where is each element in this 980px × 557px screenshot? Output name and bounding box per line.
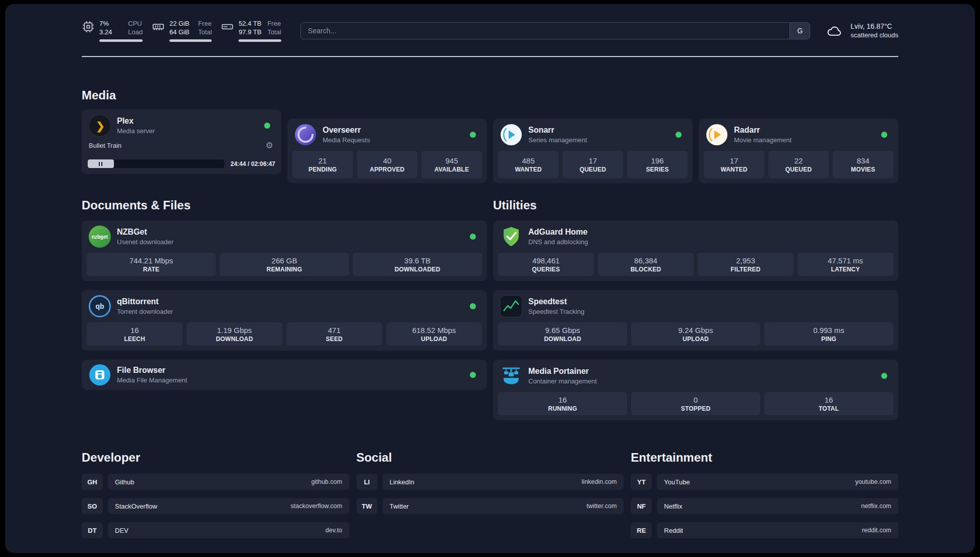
overseerr-title-block: Overseerr Media Requests <box>323 125 464 144</box>
pause-icon[interactable] <box>99 162 102 166</box>
stat-box: 2,953FILTERED <box>698 253 793 276</box>
stat-box: 16TOTAL <box>764 392 893 415</box>
stat-box: 485WANTED <box>498 151 559 178</box>
stat-box: 618.52 MbpsUPLOAD <box>386 322 482 346</box>
stat-label: PENDING <box>309 166 337 173</box>
qbittorrent-title-block: qBittorrent Torrent downloader <box>117 297 464 316</box>
section-title-documents: Documents & Files <box>82 198 487 212</box>
memory-widget-main: 22 GiB 64 GiB Free Total <box>152 19 212 36</box>
stat-box: 471SEED <box>286 322 382 346</box>
stat-box: 266 GBREMAINING <box>220 253 349 276</box>
bookmark-bar: Githubgithub.com <box>108 474 349 490</box>
section-developer: Developer GH Githubgithub.com SO StackOv… <box>82 451 349 546</box>
cpu-widget-main: 7% 3.24 CPU Load <box>82 19 143 36</box>
playback-progress-bar[interactable] <box>88 159 224 168</box>
portainer-header: Media Portainer Container management <box>498 365 893 387</box>
app-card-nzbget[interactable]: nzbget NZBGet Usenet downloader 744.21 M… <box>82 220 487 281</box>
bookmark-bar: YouTubeyoutube.com <box>657 474 898 490</box>
stat-box: 17WANTED <box>704 151 764 178</box>
stat-value: 17 <box>730 156 739 165</box>
app-card-overseerr[interactable]: Overseerr Media Requests 21PENDING 40APP… <box>287 119 487 183</box>
stat-label: SEED <box>326 336 342 343</box>
bookmark-name: LinkedIn <box>390 478 414 486</box>
bookmark-bar: Netflixnetflix.com <box>657 498 898 514</box>
section-title-entertainment: Entertainment <box>631 451 898 465</box>
bookmark-abbr: NF <box>631 498 652 514</box>
stat-box: 0.993 msPING <box>764 322 893 346</box>
bookmark-twitter[interactable]: TW Twittertwitter.com <box>356 498 624 514</box>
stat-box: 498,461QUERIES <box>498 253 594 276</box>
bookmark-netflix[interactable]: NF Netflixnetflix.com <box>631 498 898 514</box>
stat-label: DOWNLOAD <box>216 336 253 343</box>
app-card-sonarr[interactable]: Sonarr Series management 485WANTED 17QUE… <box>493 119 693 183</box>
app-card-plex[interactable]: ❯ Plex Media server Bullet Train ⚙ <box>82 109 281 174</box>
search-engine-button[interactable]: G <box>789 23 810 39</box>
storage-total-value: 97.9 TB <box>238 28 263 36</box>
speedtest-title-block: Speedtest Speedtest Tracking <box>528 297 891 316</box>
nzbget-title-block: NZBGet Usenet downloader <box>117 227 464 246</box>
app-card-qbittorrent[interactable]: qb qBittorrent Torrent downloader 16LEEC… <box>82 290 487 351</box>
app-card-adguard[interactable]: AdGuard Home DNS and adblocking 498,461Q… <box>493 220 898 281</box>
nzbget-stats: 744.21 MbpsRATE 266 GBREMAINING 39.6 TBD… <box>87 253 482 276</box>
stat-label: RATE <box>143 266 160 273</box>
bookmark-abbr: LI <box>356 474 378 490</box>
app-card-filebrowser[interactable]: File Browser Media File Management <box>82 360 487 390</box>
cpu-usage-label: CPU <box>128 19 143 28</box>
stat-value: 16 <box>559 396 567 404</box>
status-indicator <box>470 303 476 309</box>
app-card-portainer[interactable]: Media Portainer Container management 16R… <box>493 360 898 420</box>
app-name: qBittorrent <box>117 297 464 307</box>
storage-free-label: Free <box>267 19 281 28</box>
bookmark-url: stackoverflow.com <box>291 503 342 510</box>
stat-value: 22 <box>794 156 803 165</box>
bookmark-youtube[interactable]: YT YouTubeyoutube.com <box>631 474 898 490</box>
storage-widget: 52.4 TB 97.9 TB Free Total <box>221 19 281 42</box>
bookmark-abbr: SO <box>82 498 103 514</box>
weather-condition: scattered clouds <box>850 31 898 39</box>
overseerr-icon <box>294 124 317 146</box>
storage-free-value: 52.4 TB <box>238 19 263 28</box>
stat-box: 40APPROVED <box>357 151 417 178</box>
bookmark-linkedin[interactable]: LI LinkedInlinkedin.com <box>356 474 624 490</box>
stat-value: 834 <box>856 156 869 165</box>
speedtest-header: Speedtest Speedtest Tracking <box>498 295 893 317</box>
section-utilities: Utilities AdGuard Home DNS and adblockin… <box>493 198 898 420</box>
stat-value: 266 GB <box>272 256 297 265</box>
bookmark-github[interactable]: GH Githubgithub.com <box>82 474 349 490</box>
stat-label: DOWNLOADED <box>395 266 441 273</box>
stat-label: QUERIES <box>532 266 560 273</box>
gear-icon[interactable]: ⚙ <box>266 141 273 150</box>
stat-box: 16RUNNING <box>498 392 627 415</box>
stat-value: 9.24 Gbps <box>678 326 713 335</box>
bookmark-bar: Redditreddit.com <box>657 522 898 538</box>
app-card-radarr[interactable]: Radarr Movie management 17WANTED 22QUEUE… <box>699 119 898 183</box>
cpu-load-label: Load <box>128 28 143 36</box>
stat-box: 39.6 TBDOWNLOADED <box>353 253 482 276</box>
stat-value: 1.19 Gbps <box>217 326 252 335</box>
stat-label: PING <box>821 336 836 343</box>
app-name: Media Portainer <box>528 366 875 376</box>
storage-values: 52.4 TB 97.9 TB <box>238 19 263 36</box>
search-input[interactable] <box>301 23 789 39</box>
cpu-usage-value: 7% <box>99 19 124 28</box>
stat-label: REMAINING <box>267 266 302 273</box>
app-card-speedtest[interactable]: Speedtest Speedtest Tracking 9.65 GbpsDO… <box>493 290 898 351</box>
section-title-media: Media <box>82 88 898 102</box>
section-title-social: Social <box>356 451 624 465</box>
adguard-title-block: AdGuard Home DNS and adblocking <box>528 227 891 246</box>
stat-value: 16 <box>825 396 833 404</box>
bookmark-stackoverflow[interactable]: SO StackOverflowstackoverflow.com <box>82 498 349 514</box>
bookmark-url: youtube.com <box>855 478 891 485</box>
portainer-icon <box>500 365 522 387</box>
adguard-header: AdGuard Home DNS and adblocking <box>498 226 893 248</box>
memory-total-label: Total <box>198 28 212 36</box>
bookmark-abbr: YT <box>631 474 652 490</box>
plex-title-block: Plex Media server <box>117 116 258 135</box>
section-media: Media ❯ Plex Media server Bullet Train <box>82 88 898 183</box>
bookmark-reddit[interactable]: RE Redditreddit.com <box>631 522 898 538</box>
now-playing-title: Bullet Train <box>89 142 121 149</box>
stat-label: RUNNING <box>548 405 577 412</box>
stat-value: 2,953 <box>736 256 755 265</box>
bookmark-dev[interactable]: DT DEVdev.to <box>82 522 349 538</box>
storage-total-label: Total <box>267 28 281 36</box>
